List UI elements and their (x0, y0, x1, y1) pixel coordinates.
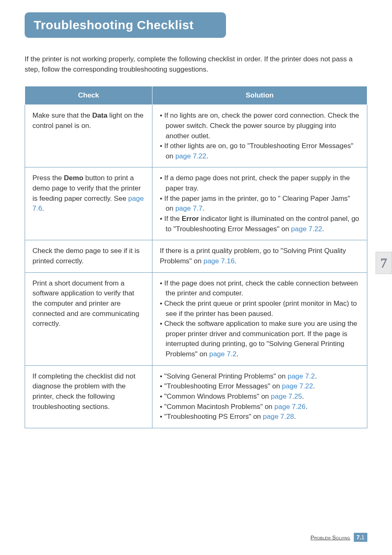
footer-page-number: 7.1 (354, 533, 367, 542)
page-link[interactable]: page 7.22 (175, 152, 207, 160)
check-cell: Press the Demo button to print a demo pa… (25, 167, 152, 240)
table-row: Check the demo page to see if it is prin… (25, 240, 367, 272)
page-link[interactable]: page 7.7 (175, 204, 203, 212)
solution-cell: • If no lights are on, check the power c… (152, 105, 367, 167)
page-link[interactable]: page 7.2 (209, 350, 236, 358)
page-link[interactable]: page 7.25 (271, 392, 302, 400)
page-link[interactable]: page 7.22 (291, 225, 322, 233)
solution-cell: • If the page does not print, check the … (152, 272, 367, 365)
table-row: Make sure that the Data light on the con… (25, 105, 367, 167)
page-link[interactable]: page 7.2 (288, 372, 315, 380)
header-solution: Solution (152, 86, 367, 105)
chapter-tab: 7 (376, 252, 392, 274)
page-footer: Problem Solving 7.1 (311, 533, 367, 542)
chapter-number: 7 (380, 255, 387, 271)
intro-paragraph: If the printer is not working properly, … (25, 54, 367, 74)
page-link[interactable]: page 7.22 (282, 382, 313, 390)
page-link[interactable]: page 7.28 (263, 413, 294, 420)
check-cell: If completing the checklist did not diag… (25, 365, 152, 428)
solution-cell: • If a demo page does not print, check t… (152, 167, 367, 240)
solution-cell: • "Solving General Printing Problems" on… (152, 365, 367, 428)
header-check: Check (25, 86, 152, 105)
table-row: Press the Demo button to print a demo pa… (25, 167, 367, 240)
page-link[interactable]: page 7.26 (274, 403, 306, 411)
solution-cell: If there is a print quality problem, go … (152, 240, 367, 272)
page-link[interactable]: page 7.16 (203, 257, 235, 265)
troubleshooting-table: Check Solution Make sure that the Data l… (25, 86, 367, 428)
page-title: Troubleshooting Checklist (25, 12, 226, 38)
table-row: If completing the checklist did not diag… (25, 365, 367, 428)
check-cell: Check the demo page to see if it is prin… (25, 240, 152, 272)
check-cell: Make sure that the Data light on the con… (25, 105, 152, 167)
footer-section-label: Problem Solving (311, 534, 350, 541)
check-cell: Print a short document from a software a… (25, 272, 152, 365)
table-row: Print a short document from a software a… (25, 272, 367, 365)
